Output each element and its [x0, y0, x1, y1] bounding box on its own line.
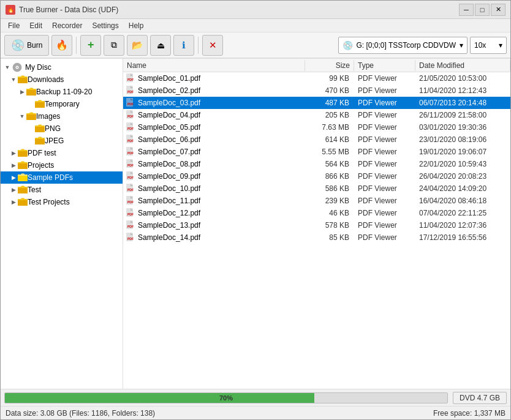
menu-recorder[interactable]: Recorder [47, 20, 87, 31]
sidebar-item-downloads[interactable]: ▼ Downloads [1, 73, 123, 86]
pdf-file-icon: PDF [126, 135, 135, 144]
disc-icon [12, 62, 23, 72]
copy-icon: ⧉ [111, 40, 117, 50]
flame-button[interactable]: 🔥 [51, 35, 72, 56]
col-header-type[interactable]: Type [354, 60, 415, 71]
svg-text:PDF: PDF [127, 200, 134, 204]
pdf-file-icon: PDF [126, 208, 135, 218]
table-row[interactable]: PDFSampleDoc_13.pdf578 KBPDF Viewer11/04… [123, 219, 510, 231]
sidebar-item-backup[interactable]: ▶ Backup 11-09-20 [1, 86, 123, 98]
table-row[interactable]: PDFSampleDoc_04.pdf205 KBPDF Viewer26/11… [123, 109, 510, 121]
sidebar-item-testprojects[interactable]: ▶ Test Projects [1, 196, 123, 208]
table-row[interactable]: PDFSampleDoc_09.pdf866 KBPDF Viewer26/04… [123, 170, 510, 182]
file-name-cell: PDFSampleDoc_03.pdf [123, 98, 305, 108]
table-row[interactable]: PDFSampleDoc_05.pdf7.63 MBPDF Viewer03/0… [123, 121, 510, 133]
open-folder-button[interactable]: 📂 [127, 35, 148, 56]
progress-text: 70% [219, 394, 233, 402]
flame-icon: 🔥 [56, 39, 68, 51]
maximize-button[interactable]: □ [475, 4, 490, 16]
folder-icon-images [26, 112, 36, 121]
file-name-text: SampleDoc_13.pdf [138, 221, 200, 230]
sidebar-item-jpeg[interactable]: JPEG [1, 135, 123, 147]
table-row[interactable]: PDFSampleDoc_02.pdf470 KBPDF Viewer11/04… [123, 84, 510, 97]
svg-text:PDF: PDF [127, 90, 134, 94]
minimize-button[interactable]: ─ [459, 4, 474, 16]
file-size-cell: 7.63 MB [305, 123, 354, 132]
speed-dropdown[interactable]: 10x ▾ [470, 37, 507, 54]
file-name-text: SampleDoc_08.pdf [138, 160, 200, 168]
menu-edit[interactable]: Edit [25, 20, 47, 31]
svg-text:PDF: PDF [127, 114, 134, 118]
svg-text:PDF: PDF [127, 151, 134, 155]
file-type-cell: PDF Viewer [354, 160, 415, 168]
file-name-cell: PDFSampleDoc_05.pdf [123, 122, 305, 132]
window-title: True Burner - Data Disc (UDF) [19, 6, 459, 14]
expand-samplepdfs[interactable]: ▶ [9, 173, 18, 182]
menu-bar: File Edit Recorder Settings Help [1, 19, 510, 32]
table-row[interactable]: PDFSampleDoc_07.pdf5.55 MBPDF Viewer19/0… [123, 146, 510, 158]
col-header-date[interactable]: Date Modified [415, 60, 510, 71]
add-file-button[interactable]: + [80, 35, 101, 56]
expand-root[interactable]: ▼ [3, 63, 12, 72]
col-header-name[interactable]: Name [123, 60, 305, 71]
file-date-cell: 22/01/2020 10:59:43 [415, 160, 510, 168]
expand-backup[interactable]: ▶ [18, 88, 26, 96]
file-type-cell: PDF Viewer [354, 86, 415, 95]
file-date-cell: 16/04/2020 08:46:18 [415, 197, 510, 205]
sidebar-item-projects[interactable]: ▶ Projects [1, 159, 123, 171]
file-list-header: Name Size Type Date Modified [123, 59, 510, 72]
table-row[interactable]: PDFSampleDoc_01.pdf99 KBPDF Viewer21/05/… [123, 72, 510, 84]
file-name-cell: PDFSampleDoc_11.pdf [123, 196, 305, 206]
disc-capacity-label: DVD 4.7 GB [453, 392, 507, 404]
file-name-text: SampleDoc_01.pdf [138, 74, 200, 83]
expand-downloads[interactable]: ▼ [9, 75, 18, 84]
expand-testprojects[interactable]: ▶ [9, 198, 18, 206]
sidebar-item-label-pdftest: PDF test [28, 149, 56, 157]
file-size-cell: 205 KB [305, 111, 354, 119]
eject-button[interactable]: ⏏ [150, 35, 171, 56]
table-row[interactable]: PDFSampleDoc_08.pdf564 KBPDF Viewer22/01… [123, 158, 510, 170]
folder-icon-jpeg [35, 137, 45, 145]
table-row[interactable]: PDFSampleDoc_10.pdf586 KBPDF Viewer24/04… [123, 182, 510, 195]
drive-dropdown[interactable]: 💿 G: [0;0;0] TSSTcorp CDDVDW ▾ [338, 37, 468, 54]
sidebar-item-pdftest[interactable]: ▶ PDF test [1, 147, 123, 159]
sidebar-item-test[interactable]: ▶ Test [1, 184, 123, 196]
col-header-size[interactable]: Size [305, 60, 354, 71]
svg-text:PDF: PDF [127, 102, 134, 106]
table-row[interactable]: PDFSampleDoc_12.pdf46 KBPDF Viewer07/04/… [123, 207, 510, 219]
menu-file[interactable]: File [3, 20, 25, 31]
delete-button[interactable]: ✕ [202, 35, 223, 56]
pdf-file-icon: PDF [126, 73, 135, 83]
menu-help[interactable]: Help [124, 20, 149, 31]
table-row[interactable]: PDFSampleDoc_14.pdf85 KBPDF Viewer17/12/… [123, 231, 510, 244]
table-row[interactable]: PDFSampleDoc_06.pdf614 KBPDF Viewer23/01… [123, 133, 510, 146]
expand-test[interactable]: ▶ [9, 186, 18, 194]
sidebar: ▼ My Disc ▼ Downloads ▶ [1, 59, 123, 389]
svg-text:PDF: PDF [127, 212, 134, 216]
sidebar-item-temporary[interactable]: Temporary [1, 98, 123, 110]
table-row[interactable]: PDFSampleDoc_11.pdf239 KBPDF Viewer16/04… [123, 195, 510, 207]
sidebar-root[interactable]: ▼ My Disc [1, 61, 123, 73]
info-button[interactable]: ℹ [173, 35, 194, 56]
expand-pdftest[interactable]: ▶ [9, 149, 18, 157]
file-size-cell: 578 KB [305, 221, 354, 230]
table-row[interactable]: PDFSampleDoc_03.pdf487 KBPDF Viewer06/07… [123, 97, 510, 109]
drive-dropdown-arrow: ▾ [460, 41, 463, 50]
speed-dropdown-arrow: ▾ [499, 41, 502, 50]
file-name-text: SampleDoc_07.pdf [138, 148, 200, 156]
sidebar-item-sample-pdfs[interactable]: ▶ Sample PDFs [1, 171, 123, 184]
close-button[interactable]: ✕ [491, 4, 505, 16]
file-type-cell: PDF Viewer [354, 135, 415, 144]
menu-settings[interactable]: Settings [87, 20, 123, 31]
file-name-cell: PDFSampleDoc_06.pdf [123, 135, 305, 144]
sidebar-item-images[interactable]: ▼ Images [1, 110, 123, 122]
burn-button[interactable]: 💿 Burn [4, 35, 49, 56]
pdf-file-icon: PDF [126, 220, 135, 230]
expand-images[interactable]: ▼ [18, 112, 26, 121]
expand-projects[interactable]: ▶ [9, 161, 18, 170]
file-type-cell: PDF Viewer [354, 172, 415, 181]
progress-bar-container: 70% [4, 392, 448, 403]
copy-button[interactable]: ⧉ [104, 35, 124, 56]
sidebar-item-png[interactable]: PNG [1, 122, 123, 135]
file-type-cell: PDF Viewer [354, 209, 415, 217]
